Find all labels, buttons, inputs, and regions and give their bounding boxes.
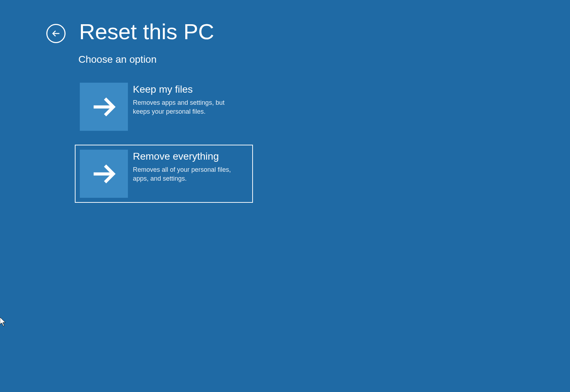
option-description: Removes all of your personal files, apps… bbox=[133, 165, 242, 183]
page-title: Reset this PC bbox=[79, 20, 214, 44]
svg-marker-3 bbox=[0, 317, 5, 326]
option-keep-my-files[interactable]: Keep my files Removes apps and settings,… bbox=[75, 78, 253, 136]
reset-pc-screen: Reset this PC Choose an option Keep my f… bbox=[0, 0, 570, 203]
option-title: Remove everything bbox=[133, 150, 248, 163]
option-body: Remove everything Removes all of your pe… bbox=[133, 150, 248, 183]
option-title: Keep my files bbox=[133, 83, 248, 96]
arrow-right-icon bbox=[92, 161, 116, 186]
header-row: Reset this PC bbox=[46, 20, 570, 44]
option-tile bbox=[80, 83, 128, 131]
back-arrow-icon bbox=[51, 29, 61, 38]
option-body: Keep my files Removes apps and settings,… bbox=[133, 83, 248, 116]
option-description: Removes apps and settings, but keeps you… bbox=[133, 98, 242, 116]
mouse-cursor-icon bbox=[0, 317, 7, 327]
page-subtitle: Choose an option bbox=[78, 54, 570, 65]
back-button[interactable] bbox=[46, 24, 66, 43]
option-tile bbox=[80, 150, 128, 198]
option-remove-everything[interactable]: Remove everything Removes all of your pe… bbox=[75, 145, 253, 203]
arrow-right-icon bbox=[92, 94, 116, 119]
